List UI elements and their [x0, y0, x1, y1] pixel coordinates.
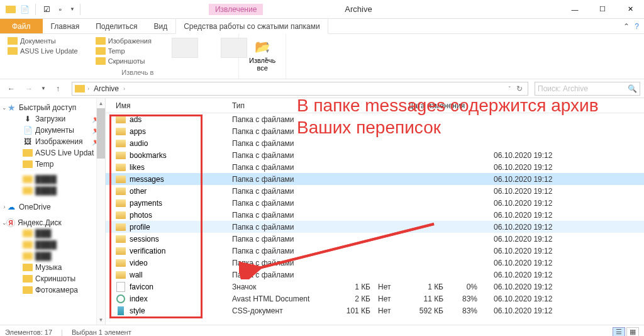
tree-asus[interactable]: ASUS Live Updat — [3, 147, 103, 159]
tree-yd-2[interactable]: ████ — [3, 239, 103, 250]
file-row[interactable]: wallПапка с файлами06.10.2020 19:12 — [106, 269, 644, 281]
dest-documents[interactable]: Документы — [5, 36, 80, 45]
dest-asus[interactable]: ASUS Live Update — [5, 47, 80, 55]
help-icon[interactable]: ? — [635, 22, 639, 31]
folder-icon — [116, 115, 126, 125]
column-headers[interactable]: Имя Тип Дата изменения — [106, 98, 644, 113]
address-field[interactable]: › Archive › ˅ ↻ — [72, 82, 528, 96]
folder-icon — [116, 162, 126, 172]
tree-blur-1[interactable]: ████ — [3, 174, 103, 185]
file-row[interactable]: styleCSS-документ101 КБНет592 КБ83%06.10… — [106, 305, 644, 316]
folder-icon — [116, 270, 126, 280]
tree-quick-access[interactable]: ⌄ ★ Быстрый доступ — [3, 102, 103, 113]
folder-icon — [116, 126, 126, 137]
dest-blank-1[interactable] — [167, 36, 203, 59]
qat-dropdown-icon[interactable]: ▼ — [70, 6, 75, 12]
file-row[interactable]: verificationПапка с файлами06.10.2020 19… — [106, 245, 644, 257]
nav-tree: ⌄ ★ Быстрый доступ ⬇Загрузки📌 📄Документы… — [0, 98, 106, 325]
status-bar: Элементов: 17 | Выбран 1 элемент ☰ ▦ — [0, 325, 644, 336]
tree-images[interactable]: 🖼Изображения📌 — [3, 136, 103, 147]
css-icon — [116, 306, 126, 316]
minimize-button[interactable]: — — [561, 1, 589, 18]
tree-scrollbar[interactable]: ▲ ▼ — [96, 98, 105, 325]
file-row[interactable]: profileПапка с файлами06.10.2020 19:12 — [106, 221, 644, 233]
html-icon — [116, 294, 126, 304]
tab-home[interactable]: Главная — [43, 19, 88, 33]
close-button[interactable]: ✕ — [616, 1, 644, 18]
col-name[interactable]: Имя — [109, 101, 232, 110]
breadcrumb-item[interactable]: Archive — [92, 84, 121, 93]
back-button[interactable]: ← — [4, 81, 19, 96]
file-row[interactable]: otherПапка с файлами06.10.2020 19:12 — [106, 185, 644, 197]
search-input[interactable]: Поиск: Archive 🔍 — [535, 82, 640, 96]
file-row[interactable]: sessionsПапка с файлами06.10.2020 19:12 — [106, 233, 644, 245]
extract-all-button[interactable]: 📂 Извлечь все — [244, 36, 280, 73]
tab-share[interactable]: Поделиться — [87, 19, 145, 33]
maximize-button[interactable]: ☐ — [589, 1, 616, 18]
status-count: Элементов: 17 — [5, 328, 52, 336]
view-details-button[interactable]: ☰ — [613, 327, 625, 337]
file-row[interactable]: paymentsПапка с файлами06.10.2020 19:12 — [106, 197, 644, 209]
file-row[interactable]: audioПапка с файлами — [106, 137, 644, 149]
folder-icon — [116, 234, 126, 244]
ribbon-collapse-icon[interactable]: ⌃ — [623, 22, 630, 31]
folder-icon — [116, 246, 126, 256]
view-icons-button[interactable]: ▦ — [626, 327, 639, 337]
qat-check-icon[interactable]: ☑ — [41, 4, 52, 15]
tree-camera[interactable]: Фотокамера — [3, 284, 103, 296]
tree-yd-1[interactable]: ███ — [3, 228, 103, 239]
cloud-icon: ☁ — [6, 202, 16, 212]
search-icon: 🔍 — [628, 84, 637, 93]
document-icon: 📄 — [23, 125, 33, 135]
folder-icon — [5, 4, 16, 15]
group-label-extract: Извлечь в — [5, 69, 270, 76]
extract-icon: 📂 — [252, 38, 272, 55]
file-icon — [116, 282, 126, 292]
forward-button[interactable]: → — [21, 81, 36, 96]
tree-documents[interactable]: 📄Документы📌 — [3, 125, 103, 136]
file-list: Имя Тип Дата изменения adsПапка с файлам… — [106, 98, 644, 325]
qat-item-icon[interactable]: 📄 — [19, 4, 30, 15]
dest-temp[interactable]: Temp — [93, 47, 154, 55]
dest-screenshots[interactable]: Скриншоты — [93, 57, 154, 65]
status-selected: Выбран 1 элемент — [72, 328, 131, 336]
address-dropdown-icon[interactable]: ˅ — [508, 86, 511, 92]
tree-blur-2[interactable]: ████ — [3, 185, 103, 196]
col-date[interactable]: Дата изменения — [408, 101, 644, 110]
file-row[interactable]: messagesПапка с файлами06.10.2020 19:12 — [106, 173, 644, 185]
recent-dropdown[interactable]: ▼ — [39, 81, 48, 96]
tree-music[interactable]: Музыка — [3, 262, 103, 273]
folder-icon — [116, 210, 126, 220]
up-button[interactable]: ↑ — [50, 81, 65, 96]
file-row[interactable]: videoПапка с файлами06.10.2020 19:12 — [106, 257, 644, 269]
folder-icon — [116, 258, 126, 268]
folder-icon — [116, 150, 126, 160]
file-row[interactable]: photosПапка с файлами06.10.2020 19:12 — [106, 209, 644, 221]
tree-downloads[interactable]: ⬇Загрузки📌 — [3, 113, 103, 125]
tree-temp[interactable]: Temp — [3, 159, 103, 170]
refresh-icon[interactable]: ↻ — [514, 84, 525, 93]
tree-yandex[interactable]: ⌄ЯЯндекс.Диск — [3, 218, 103, 228]
ribbon-tabs: Файл Главная Поделиться Вид Средства раб… — [0, 19, 644, 34]
tab-file[interactable]: Файл — [0, 19, 43, 33]
tree-screenshots[interactable]: Скриншоты — [3, 273, 103, 284]
file-row[interactable]: adsПапка с файлами — [106, 113, 644, 125]
file-row[interactable]: bookmarksПапка с файлами06.10.2020 19:12 — [106, 149, 644, 161]
tree-yd-3[interactable]: ███ — [3, 250, 103, 262]
file-row[interactable]: faviconЗначок1 КБНет1 КБ0%06.10.2020 19:… — [106, 281, 644, 293]
folder-icon — [116, 138, 126, 148]
tree-onedrive[interactable]: ›☁OneDrive — [3, 201, 103, 213]
contextual-tab-label: Извлечение — [209, 4, 263, 15]
tab-view[interactable]: Вид — [145, 19, 175, 33]
file-row[interactable]: indexAvast HTML Document2 КБНет11 КБ83%0… — [106, 293, 644, 305]
col-type[interactable]: Тип — [232, 101, 408, 110]
tab-compressed-tools[interactable]: Средства работы со сжатыми папками — [175, 19, 328, 34]
address-bar: ← → ▼ ↑ › Archive › ˅ ↻ Поиск: Archive 🔍 — [0, 79, 644, 98]
file-row[interactable]: appsПапка с файлами — [106, 125, 644, 137]
window-title: Archive — [345, 4, 372, 14]
file-row[interactable]: likesПапка с файлами06.10.2020 19:12 — [106, 161, 644, 173]
star-icon: ★ — [6, 103, 16, 113]
qat-new-icon[interactable]: ▫ — [55, 4, 66, 15]
dest-images[interactable]: Изображения — [93, 36, 154, 45]
ribbon-body: Документы ASUS Live Update Изображения T… — [0, 34, 644, 79]
